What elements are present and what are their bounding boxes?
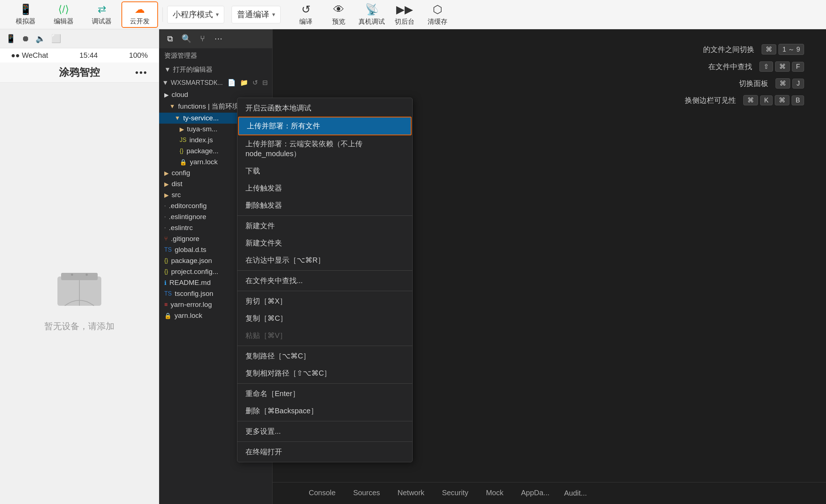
preview-action[interactable]: 👁 预览 xyxy=(322,1,355,28)
src-label: src xyxy=(172,191,181,199)
js-file-icon: JS xyxy=(180,137,187,143)
source-control-icon[interactable]: ⑂ xyxy=(195,31,210,46)
phone-title: 涂鸦智控 xyxy=(59,65,100,79)
ctx-open-terminal[interactable]: 在终端打开 xyxy=(237,443,412,460)
resource-manager-label: 资源管理器 xyxy=(159,48,272,63)
ctx-rename[interactable]: 重命名［Enter］ xyxy=(237,385,412,402)
ctx-separator-6 xyxy=(237,421,412,421)
left-panel: 📱 ⏺ 🔈 ⬜ ●● WeChat 15:44 100% 涂鸦智控 ••• xyxy=(0,29,159,504)
cut-back-action[interactable]: ▶▶ 切后台 xyxy=(388,1,421,28)
eslintignore-label: .eslintignore xyxy=(169,213,206,221)
phone-icon[interactable]: 📱 xyxy=(6,34,16,44)
ctx-upload-trigger[interactable]: 上传触发器 xyxy=(237,180,412,197)
editor-button[interactable]: ⟨/⟩ 编辑器 xyxy=(45,1,82,28)
mode-dropdown[interactable]: 小程序模式 ▾ xyxy=(167,6,224,23)
ctx-download[interactable]: 下载 xyxy=(237,162,412,180)
debugger-button[interactable]: ⇄ 调试器 xyxy=(83,1,120,28)
simulator-button[interactable]: 📱 模拟器 xyxy=(7,1,44,28)
ctx-reveal-in-finder[interactable]: 在访达中显示［⌥⌘R］ xyxy=(237,252,412,269)
eslintrc-label: .eslintrc xyxy=(169,224,192,232)
phone-battery: 100% xyxy=(129,51,148,60)
yarn-lock-label: yarn.lock xyxy=(190,158,218,166)
ctx-more-settings[interactable]: 更多设置... xyxy=(237,423,412,440)
compile-label: 编译 xyxy=(299,17,312,26)
new-folder-icon[interactable]: 📁 xyxy=(239,78,249,87)
key-badge-j: J xyxy=(792,79,804,89)
collapse-icon[interactable]: ⊟ xyxy=(261,78,269,87)
wxsmartsdk-header[interactable]: ▼ WXSMARTSDК... 📄 📁 ↺ ⊟ xyxy=(159,76,272,89)
ts-file-icon: TS xyxy=(164,247,172,253)
readme-label: README.md xyxy=(169,279,211,287)
ty-service-folder-icon: ▼ xyxy=(174,115,180,121)
tab-appdata[interactable]: AppDa... xyxy=(512,482,558,504)
ctx-delete-trigger[interactable]: 删除触发器 xyxy=(237,197,412,214)
preview-icon: 👁 xyxy=(333,3,344,16)
ctx-copy-path[interactable]: 复制路径［⌥⌘C］ xyxy=(237,347,412,365)
key-badge-cmd4: ⌘ xyxy=(743,95,758,105)
real-debug-icon: 📡 xyxy=(365,3,379,16)
refresh-icon[interactable]: ↺ xyxy=(251,78,259,87)
shortcut-keys-1: ⇧ ⌘ F xyxy=(759,61,804,72)
cut-back-icon: ▶▶ xyxy=(396,3,413,16)
tab-console[interactable]: Console xyxy=(300,482,344,504)
cloud-dev-button[interactable]: ☁ 云开发 xyxy=(121,1,158,28)
shortcut-keys-0: ⌘ 1 ～ 9 xyxy=(762,44,804,55)
open-editors-header[interactable]: ▼ 打开的编辑器 xyxy=(159,63,272,76)
ctx-find-in-folder[interactable]: 在文件夹中查找... xyxy=(237,272,412,289)
package-json-label: package... xyxy=(187,147,219,155)
compile-action[interactable]: ↺ 编译 xyxy=(289,1,322,28)
search-icon[interactable]: 🔍 xyxy=(179,31,194,46)
shortcut-keys-3: ⌘ K ⌘ B xyxy=(743,95,804,105)
clear-cache-action[interactable]: ⬡ 清缓存 xyxy=(421,1,454,28)
volume-icon[interactable]: 🔈 xyxy=(35,34,45,44)
ctx-copy-rel-path[interactable]: 复制相对路径［⇧⌥⌘C］ xyxy=(237,365,412,382)
main-layout: 📱 ⏺ 🔈 ⬜ ●● WeChat 15:44 100% 涂鸦智控 ••• xyxy=(0,29,826,504)
cloud-label: cloud xyxy=(172,91,188,99)
ctx-upload-deploy-all[interactable]: 上传并部署：所有文件 xyxy=(238,117,412,135)
key-badge-f: F xyxy=(792,62,804,72)
key-badge-k: K xyxy=(760,95,773,105)
tab-mock[interactable]: Mock xyxy=(477,482,512,504)
tab-security[interactable]: Security xyxy=(433,482,477,504)
compile-dropdown[interactable]: 普通编译 ▾ xyxy=(232,6,281,23)
ctx-delete[interactable]: 删除［⌘Backspace］ xyxy=(237,402,412,420)
phone-time: 15:44 xyxy=(79,51,98,60)
dist-folder-icon: ▶ xyxy=(164,181,169,188)
files-icon[interactable]: ⧉ xyxy=(163,31,177,46)
key-badge-cmd3: ⌘ xyxy=(776,78,790,89)
project-config-label: project.config... xyxy=(171,268,218,276)
ctx-copy[interactable]: 复制［⌘C］ xyxy=(237,310,412,327)
ctx-upload-deploy-cloud[interactable]: 上传并部署：云端安装依赖（不上传 node_modules） xyxy=(237,135,412,162)
key-badge-cmd: ⌘ xyxy=(762,44,776,54)
real-debug-action[interactable]: 📡 真机调试 xyxy=(355,1,388,28)
tab-network[interactable]: Network xyxy=(389,482,433,504)
ctx-open-local-debug[interactable]: 开启云函数本地调试 xyxy=(237,99,412,117)
phone-menu-dots[interactable]: ••• xyxy=(135,67,148,78)
shortcut-label-2: 切换面板 xyxy=(739,79,768,89)
shortcut-row-0: 的文件之间切换 ⌘ 1 ～ 9 xyxy=(294,44,804,55)
cloud-dev-icon: ☁ xyxy=(135,3,145,15)
wxsmartsdk-label: WXSMARTSDК... xyxy=(171,79,223,87)
key-badge-b: B xyxy=(792,95,804,105)
fullscreen-icon[interactable]: ⬜ xyxy=(51,34,61,44)
svg-point-3 xyxy=(71,274,73,276)
tab-audits[interactable]: Audit... xyxy=(558,482,593,504)
ctx-new-folder[interactable]: 新建文件夹 xyxy=(237,234,412,252)
functions-folder-icon: ▼ xyxy=(169,103,175,110)
ctx-new-file[interactable]: 新建文件 xyxy=(237,217,412,234)
compile-dropdown-arrow: ▾ xyxy=(272,11,275,18)
tsconfig-label: tsconfig.json xyxy=(174,290,213,298)
shortcut-label-0: 的文件之间切换 xyxy=(703,45,754,54)
ctx-cut[interactable]: 剪切［⌘X］ xyxy=(237,293,412,310)
key-badge-cmd5: ⌘ xyxy=(775,95,789,105)
top-toolbar: 📱 模拟器 ⟨/⟩ 编辑器 ⇄ 调试器 ☁ 云开发 小程序模式 ▾ 普通编译 ▾… xyxy=(0,0,826,29)
settings-icon[interactable]: ⋯ xyxy=(211,31,226,46)
yarn-error-icon: ≡ xyxy=(164,301,168,308)
config-label: config xyxy=(172,169,190,177)
tab-sources[interactable]: Sources xyxy=(344,482,388,504)
new-file-icon[interactable]: 📄 xyxy=(226,78,237,87)
record-icon[interactable]: ⏺ xyxy=(22,34,30,44)
phone-status-bar: ●● WeChat 15:44 100% xyxy=(0,48,159,63)
gitignore-icon: ⑂ xyxy=(164,236,168,242)
project-config-icon: {} xyxy=(164,268,168,275)
